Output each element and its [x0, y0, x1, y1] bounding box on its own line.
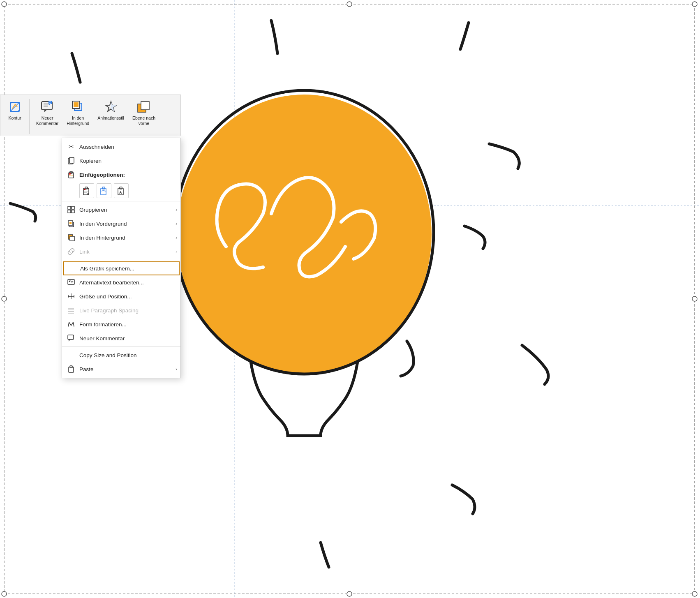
svg-text:a: a	[87, 192, 89, 195]
separator-2	[62, 260, 180, 260]
animationsstil-icon	[103, 99, 119, 115]
neuer-kommentar-label: NeuerKommentar	[36, 115, 58, 126]
menu-item-als-grafik[interactable]: Als Grafik speichern...	[63, 261, 180, 275]
menu-item-gruppieren[interactable]: Gruppieren ›	[62, 203, 180, 217]
menu-item-einfuege: Einfügeoptionen:	[62, 168, 180, 182]
neuer-kommentar-label: Neuer Kommentar	[79, 335, 175, 342]
svg-point-10	[692, 591, 697, 596]
copy-icon	[66, 156, 76, 166]
hintergrund-label: In den Hintergrund	[79, 235, 175, 241]
menu-item-form-formatieren[interactable]: Form formatieren...	[62, 317, 180, 331]
ribbon-toolbar: Kontur NeuerKommentar	[0, 95, 181, 136]
canvas-area: Kontur NeuerKommentar	[0, 0, 700, 598]
paste-option-merge-format[interactable]	[97, 183, 111, 198]
menu-item-paste[interactable]: Paste ›	[62, 362, 180, 376]
ebene-nach-vorne-label: Ebene nachvorne	[132, 115, 155, 126]
ribbon-item-kontur[interactable]: Kontur	[4, 97, 26, 136]
svg-line-14	[10, 102, 19, 111]
svg-rect-30	[69, 157, 74, 163]
svg-point-11	[177, 95, 432, 374]
ribbon-item-neuer-kommentar[interactable]: NeuerKommentar	[33, 97, 62, 136]
svg-point-16	[18, 102, 20, 104]
svg-point-8	[2, 591, 7, 596]
svg-text:A: A	[119, 190, 122, 194]
gruppieren-label: Gruppieren	[79, 207, 175, 213]
kontur-icon	[7, 99, 23, 115]
ribbon-item-in-den-hintergrund[interactable]: In denHintergrund	[63, 97, 92, 136]
svg-rect-47	[72, 206, 74, 209]
link-icon	[66, 247, 76, 256]
svg-rect-48	[68, 210, 71, 213]
gruppieren-arrow: ›	[176, 207, 177, 212]
menu-item-link: Link ›	[62, 245, 180, 259]
paste-label: Paste	[79, 366, 175, 372]
menu-item-in-den-hintergrund[interactable]: In den Hintergrund ›	[62, 231, 180, 245]
animationsstil-label: Animationsstil	[97, 115, 124, 121]
svg-point-6	[2, 296, 7, 301]
einfuege-label: Einfügeoptionen:	[79, 172, 175, 178]
form-formatieren-label: Form formatieren...	[79, 321, 175, 328]
als-grafik-icon	[67, 263, 77, 273]
kopieren-label: Kopieren	[79, 158, 175, 164]
svg-rect-26	[74, 102, 79, 107]
ribbon-item-ebene-nach-vorne[interactable]: Ebene nachvorne	[129, 97, 159, 136]
svg-rect-65	[68, 335, 74, 339]
svg-point-12	[175, 90, 434, 374]
vordergrund-arrow: ›	[176, 221, 177, 226]
groesse-position-label: Größe und Position...	[79, 293, 175, 300]
groesse-position-icon	[66, 291, 76, 301]
separator-1	[62, 201, 180, 201]
menu-item-alternativtext[interactable]: Alternativtext bearbeiten...	[62, 275, 180, 289]
svg-rect-46	[68, 206, 71, 209]
live-paragraph-label: Live Paragraph Spacing	[79, 307, 175, 314]
alternativtext-label: Alternativtext bearbeiten...	[79, 279, 175, 286]
separator-3	[62, 346, 180, 347]
gruppieren-icon	[66, 205, 76, 215]
svg-point-9	[347, 591, 352, 596]
paste-option-keep-format[interactable]: a	[79, 183, 94, 198]
paste-icon	[66, 170, 76, 180]
vordergrund-icon	[66, 219, 76, 229]
ausschneiden-label: Ausschneiden	[79, 144, 175, 150]
svg-rect-28	[141, 102, 149, 110]
svg-point-18	[18, 110, 20, 112]
svg-point-56	[69, 281, 70, 282]
form-formatieren-icon	[66, 319, 76, 329]
in-den-hintergrund-label: In denHintergrund	[67, 115, 89, 126]
menu-item-ausschneiden[interactable]: ✂ Ausschneiden	[62, 140, 180, 154]
svg-point-4	[347, 2, 352, 7]
svg-point-37	[84, 189, 85, 190]
menu-item-neuer-kommentar[interactable]: Neuer Kommentar	[62, 331, 180, 345]
copy-size-label: Copy Size and Position	[79, 352, 175, 358]
svg-rect-55	[68, 279, 74, 284]
menu-item-kopieren[interactable]: Kopieren	[62, 154, 180, 168]
svg-point-7	[692, 296, 697, 301]
link-arrow: ›	[176, 249, 177, 254]
svg-point-33	[69, 173, 71, 175]
paste-menu-icon	[66, 364, 76, 374]
svg-point-15	[10, 102, 12, 104]
paste-arrow: ›	[176, 367, 177, 372]
in-den-hintergrund-icon	[70, 99, 86, 115]
kommentar-icon	[66, 333, 76, 343]
svg-point-3	[2, 2, 7, 7]
menu-item-in-den-vordergrund[interactable]: In den Vordergrund ›	[62, 217, 180, 231]
kontur-label: Kontur	[9, 115, 21, 121]
ribbon-divider-1	[29, 99, 30, 134]
scissors-icon: ✂	[66, 142, 76, 152]
svg-rect-49	[72, 210, 74, 213]
alternativtext-icon	[66, 277, 76, 287]
menu-item-copy-size[interactable]: Copy Size and Position	[62, 348, 180, 362]
ribbon-item-animationsstil[interactable]: Animationsstil	[94, 97, 127, 136]
hintergrund-icon	[66, 233, 76, 242]
ebene-nach-vorne-icon	[136, 99, 152, 115]
menu-item-groesse-position[interactable]: Größe und Position...	[62, 289, 180, 303]
svg-rect-52	[69, 222, 72, 224]
live-paragraph-icon	[66, 305, 76, 315]
svg-rect-54	[70, 236, 74, 241]
paste-option-text-only[interactable]: A	[114, 183, 129, 198]
hintergrund-arrow: ›	[176, 235, 177, 240]
svg-point-5	[692, 2, 697, 7]
menu-item-live-paragraph: Live Paragraph Spacing	[62, 303, 180, 317]
paste-options-row: a A	[62, 182, 180, 200]
